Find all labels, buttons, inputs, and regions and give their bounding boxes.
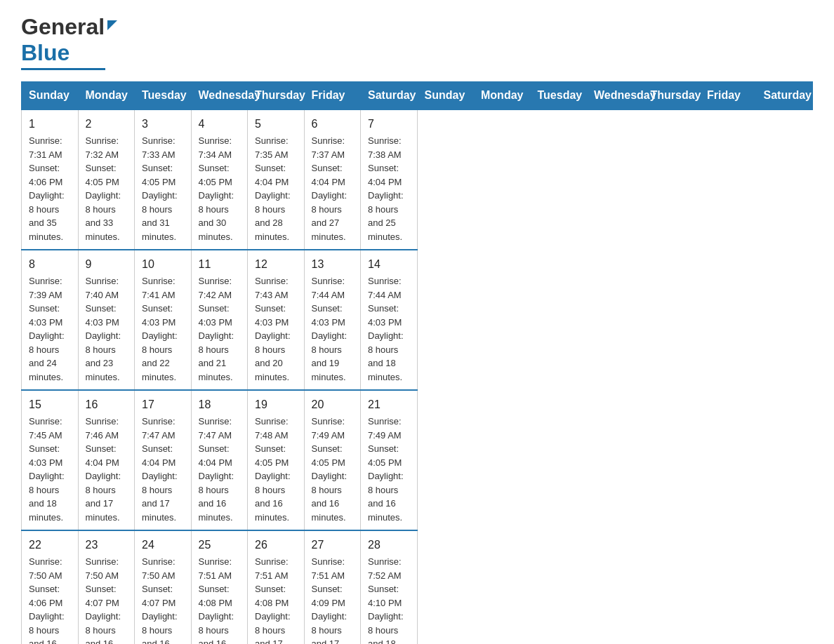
calendar-week-row: 8Sunrise: 7:39 AMSunset: 4:03 PMDaylight…: [22, 250, 813, 390]
day-number: 22: [29, 537, 71, 554]
day-info: Sunrise: 7:49 AMSunset: 4:05 PMDaylight:…: [368, 416, 404, 523]
day-number: 9: [86, 256, 128, 273]
calendar-cell: 20Sunrise: 7:49 AMSunset: 4:05 PMDayligh…: [304, 390, 361, 530]
day-number: 4: [199, 116, 241, 133]
day-number: 27: [312, 537, 354, 554]
day-info: Sunrise: 7:35 AMSunset: 4:04 PMDaylight:…: [255, 135, 291, 242]
day-number: 11: [199, 256, 241, 273]
calendar-cell: 24Sunrise: 7:50 AMSunset: 4:07 PMDayligh…: [135, 530, 192, 644]
calendar-cell: 16Sunrise: 7:46 AMSunset: 4:04 PMDayligh…: [78, 390, 135, 530]
calendar-cell: 15Sunrise: 7:45 AMSunset: 4:03 PMDayligh…: [22, 390, 79, 530]
day-info: Sunrise: 7:37 AMSunset: 4:04 PMDaylight:…: [312, 135, 348, 242]
day-number: 17: [142, 396, 184, 413]
calendar-cell: 21Sunrise: 7:49 AMSunset: 4:05 PMDayligh…: [361, 390, 418, 530]
day-header-tuesday: Tuesday: [135, 82, 192, 110]
day-info: Sunrise: 7:32 AMSunset: 4:05 PMDaylight:…: [86, 135, 121, 242]
day-info: Sunrise: 7:47 AMSunset: 4:04 PMDaylight:…: [142, 416, 178, 523]
calendar-cell: 26Sunrise: 7:51 AMSunset: 4:08 PMDayligh…: [248, 530, 305, 644]
calendar-cell: 28Sunrise: 7:52 AMSunset: 4:10 PMDayligh…: [361, 530, 418, 644]
calendar-week-row: 15Sunrise: 7:45 AMSunset: 4:03 PMDayligh…: [22, 390, 813, 530]
day-info: Sunrise: 7:42 AMSunset: 4:03 PMDaylight:…: [199, 276, 234, 382]
calendar-cell: 9Sunrise: 7:40 AMSunset: 4:03 PMDaylight…: [78, 250, 135, 390]
logo-icon: [107, 20, 117, 30]
calendar-cell: 23Sunrise: 7:50 AMSunset: 4:07 PMDayligh…: [78, 530, 135, 644]
calendar-cell: 11Sunrise: 7:42 AMSunset: 4:03 PMDayligh…: [191, 250, 248, 390]
day-header-monday: Monday: [78, 82, 135, 110]
day-number: 5: [255, 116, 297, 133]
day-info: Sunrise: 7:49 AMSunset: 4:05 PMDaylight:…: [312, 416, 348, 523]
day-info: Sunrise: 7:34 AMSunset: 4:05 PMDaylight:…: [199, 135, 234, 242]
day-info: Sunrise: 7:44 AMSunset: 4:03 PMDaylight:…: [368, 276, 404, 382]
day-header-sunday: Sunday: [22, 82, 79, 110]
day-number: 25: [199, 537, 241, 554]
calendar-cell: 6Sunrise: 7:37 AMSunset: 4:04 PMDaylight…: [304, 109, 361, 250]
day-number: 23: [86, 537, 128, 554]
day-number: 24: [142, 537, 184, 554]
calendar-cell: 18Sunrise: 7:47 AMSunset: 4:04 PMDayligh…: [191, 390, 248, 530]
day-info: Sunrise: 7:51 AMSunset: 4:08 PMDaylight:…: [199, 556, 234, 644]
calendar-week-row: 22Sunrise: 7:50 AMSunset: 4:06 PMDayligh…: [22, 530, 813, 644]
logo-blue-text: Blue: [21, 40, 70, 66]
calendar-cell: 10Sunrise: 7:41 AMSunset: 4:03 PMDayligh…: [135, 250, 192, 390]
day-number: 10: [142, 256, 184, 273]
day-info: Sunrise: 7:51 AMSunset: 4:08 PMDaylight:…: [255, 556, 291, 644]
calendar-cell: 22Sunrise: 7:50 AMSunset: 4:06 PMDayligh…: [22, 530, 79, 644]
day-info: Sunrise: 7:52 AMSunset: 4:10 PMDaylight:…: [368, 556, 404, 644]
day-header-friday: Friday: [304, 82, 361, 110]
day-number: 19: [255, 396, 297, 413]
day-header-saturday: Saturday: [361, 82, 418, 110]
day-info: Sunrise: 7:51 AMSunset: 4:09 PMDaylight:…: [312, 556, 348, 644]
logo-underline: [21, 68, 105, 70]
day-number: 1: [29, 116, 71, 133]
calendar-cell: 12Sunrise: 7:43 AMSunset: 4:03 PMDayligh…: [248, 250, 305, 390]
day-info: Sunrise: 7:50 AMSunset: 4:07 PMDaylight:…: [142, 556, 178, 644]
day-number: 3: [142, 116, 184, 133]
day-number: 18: [199, 396, 241, 413]
day-number: 12: [255, 256, 297, 273]
day-info: Sunrise: 7:33 AMSunset: 4:05 PMDaylight:…: [142, 135, 178, 242]
day-info: Sunrise: 7:48 AMSunset: 4:05 PMDaylight:…: [255, 416, 291, 523]
day-info: Sunrise: 7:40 AMSunset: 4:03 PMDaylight:…: [86, 276, 121, 382]
day-number: 15: [29, 396, 71, 413]
day-info: Sunrise: 7:50 AMSunset: 4:07 PMDaylight:…: [86, 556, 121, 644]
day-number: 28: [368, 537, 410, 554]
day-info: Sunrise: 7:45 AMSunset: 4:03 PMDaylight:…: [29, 416, 65, 523]
day-info: Sunrise: 7:46 AMSunset: 4:04 PMDaylight:…: [86, 416, 121, 523]
day-number: 21: [368, 396, 410, 413]
calendar-cell: 27Sunrise: 7:51 AMSunset: 4:09 PMDayligh…: [304, 530, 361, 644]
day-number: 14: [368, 256, 410, 273]
calendar-cell: 4Sunrise: 7:34 AMSunset: 4:05 PMDaylight…: [191, 109, 248, 250]
day-header-monday: Monday: [474, 82, 531, 110]
day-info: Sunrise: 7:47 AMSunset: 4:04 PMDaylight:…: [199, 416, 234, 523]
day-header-friday: Friday: [700, 82, 757, 110]
calendar-cell: 25Sunrise: 7:51 AMSunset: 4:08 PMDayligh…: [191, 530, 248, 644]
logo: General Blue: [21, 14, 117, 70]
calendar-cell: 1Sunrise: 7:31 AMSunset: 4:06 PMDaylight…: [22, 109, 79, 250]
day-number: 8: [29, 256, 71, 273]
day-header-wednesday: Wednesday: [191, 82, 248, 110]
day-number: 7: [368, 116, 410, 133]
day-header-saturday: Saturday: [756, 82, 813, 110]
calendar-cell: 8Sunrise: 7:39 AMSunset: 4:03 PMDaylight…: [22, 250, 79, 390]
day-info: Sunrise: 7:41 AMSunset: 4:03 PMDaylight:…: [142, 276, 178, 382]
day-info: Sunrise: 7:39 AMSunset: 4:03 PMDaylight:…: [29, 276, 65, 382]
calendar-cell: 5Sunrise: 7:35 AMSunset: 4:04 PMDaylight…: [248, 109, 305, 250]
day-info: Sunrise: 7:50 AMSunset: 4:06 PMDaylight:…: [29, 556, 65, 644]
day-header-tuesday: Tuesday: [530, 82, 587, 110]
day-header-thursday: Thursday: [248, 82, 305, 110]
day-number: 2: [86, 116, 128, 133]
logo-general-text: General: [21, 14, 105, 40]
day-number: 13: [312, 256, 354, 273]
day-number: 20: [312, 396, 354, 413]
day-info: Sunrise: 7:43 AMSunset: 4:03 PMDaylight:…: [255, 276, 291, 382]
calendar-cell: 17Sunrise: 7:47 AMSunset: 4:04 PMDayligh…: [135, 390, 192, 530]
calendar-cell: 14Sunrise: 7:44 AMSunset: 4:03 PMDayligh…: [361, 250, 418, 390]
calendar-header-row: SundayMondayTuesdayWednesdayThursdayFrid…: [22, 82, 813, 110]
day-number: 6: [312, 116, 354, 133]
day-number: 26: [255, 537, 297, 554]
day-header-wednesday: Wednesday: [587, 82, 644, 110]
calendar-cell: 7Sunrise: 7:38 AMSunset: 4:04 PMDaylight…: [361, 109, 418, 250]
day-header-sunday: Sunday: [417, 82, 474, 110]
day-number: 16: [86, 396, 128, 413]
page-header: General Blue: [21, 14, 813, 70]
